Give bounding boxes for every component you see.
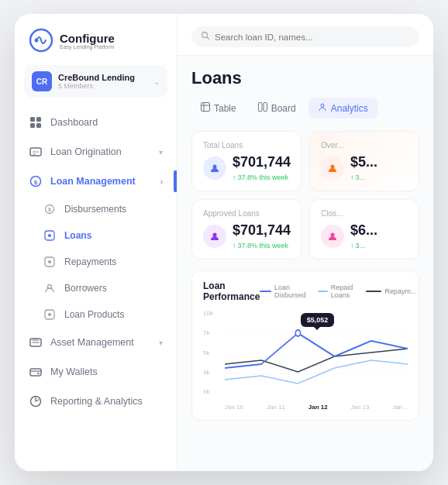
stat-value-row-total-loans: $701,744 ↑ 37.8% this week [203,154,290,181]
stat-label-over: Over... [321,141,408,150]
search-icon [201,31,210,43]
sidebar-item-loans[interactable]: Loans [35,223,171,248]
main-content: Loans Table Board [177,14,433,471]
svg-rect-6 [30,148,41,156]
sidebar-item-asset-management[interactable]: Asset Management ▾ [21,328,171,356]
sidebar-item-disbursements[interactable]: $ Disbursements [35,197,171,222]
stats-row: Total Loans $701,744 ↑ 37.8% this week [191,131,419,260]
svg-point-14 [48,260,51,263]
loan-origination-arrow-icon: ▾ [159,148,163,157]
tabs: Table Board Analytics [191,98,419,119]
logo-icon [29,28,53,53]
sidebar-item-loan-origination[interactable]: Loan Origination ▾ [21,138,171,166]
board-tab-icon [258,102,267,114]
sidebar-item-label-reporting-analytics: Reporting & Analytics [50,396,163,407]
svg-point-36 [295,330,300,336]
sidebar-item-loan-products[interactable]: Loan Products [35,302,171,327]
loan-products-icon [43,308,57,322]
chart-section: Loan Performance Loan Disbursed Repaid L… [191,270,419,421]
stat-card-approved-loans: Approved Loans $701,744 ↑ 37.8% this wee… [191,199,302,260]
sidebar-item-label-my-wallets: My Wallets [50,366,163,377]
legend-item-repaym: Repaym... [366,284,416,299]
org-chevron-icon: ⌄ [153,77,160,86]
svg-point-27 [213,164,217,168]
table-tab-icon [201,102,210,114]
sidebar-item-label-borrowers: Borrowers [64,283,163,294]
repayments-icon [43,255,57,269]
org-selector[interactable]: CR CreBound Lending 5 Members ⌄ [24,65,167,98]
legend-label-disbursed: Loan Disbursed [274,284,310,299]
dashboard-icon [29,115,43,129]
sidebar-item-label-loan-products: Loan Products [64,309,163,320]
sidebar: Configure Easy Lending Platform CR CreBo… [15,14,177,471]
svg-rect-4 [30,123,35,128]
x-label-jan14: Jan... [392,404,408,411]
org-members: 5 Members [58,82,147,90]
active-indicator [174,170,177,192]
org-info: CreBound Lending 5 Members [58,73,147,90]
chart-tooltip: $5,052 [301,313,335,327]
stat-change-over: ↑ 3... [350,174,377,181]
stat-value-total-loans: $701,744 [233,154,291,170]
legend-label-repaym: Repaym... [384,287,416,295]
stat-change-arrow-approved-loans: ↑ [233,242,236,249]
sidebar-item-my-wallets[interactable]: My Wallets [21,358,171,386]
svg-text:$: $ [48,207,51,213]
loan-management-arrow-icon: › [160,177,163,186]
svg-rect-3 [36,117,41,122]
svg-rect-5 [36,123,41,128]
nav-section: Dashboard Loan Origination ▾ $ Loan Mana… [15,108,177,457]
chart-title: Loan Performance [203,280,260,302]
logo-area: Configure Easy Lending Platform [15,28,177,65]
y-label-0k: 0k [203,388,213,395]
stat-icon-over [321,157,344,180]
loan-management-icon: $ [29,174,43,188]
page-title: Loans [191,68,419,88]
svg-point-17 [48,313,51,316]
y-label-3k: 3k [203,369,213,376]
tooltip-value: $5,052 [307,316,329,324]
stat-change-arrow-over: ↑ [350,174,354,181]
analytics-tab-icon [318,102,327,114]
legend-item-repaid: Repaid Loans [318,284,359,299]
svg-point-26 [321,104,324,107]
stat-value-approved-loans: $701,744 [233,222,291,239]
my-wallets-icon [29,365,43,379]
sidebar-item-loan-management[interactable]: $ Loan Management › [21,167,171,195]
svg-text:$: $ [34,179,38,186]
tab-table[interactable]: Table [191,98,246,119]
loans-icon [43,229,57,242]
x-label-jan10: Jan 10 [225,404,243,411]
search-box[interactable] [191,26,419,47]
sidebar-item-dashboard[interactable]: Dashboard [21,108,171,136]
stat-icon-closed [321,225,344,248]
sidebar-item-label-loans: Loans [64,230,163,241]
tab-analytics[interactable]: Analytics [308,98,377,119]
sidebar-item-borrowers[interactable]: Borrowers [35,276,171,301]
app-name: Configure [60,32,115,45]
svg-rect-2 [30,117,35,122]
tab-board-label: Board [271,103,296,114]
svg-rect-25 [264,103,267,112]
svg-point-20 [37,373,39,374]
stat-icon-total-loans [203,157,226,180]
sidebar-item-reporting-analytics[interactable]: Reporting & Analytics [21,387,171,415]
app-tagline: Easy Lending Platform [60,44,115,50]
reporting-analytics-icon [29,394,43,408]
svg-point-22 [202,33,208,38]
app-container: Configure Easy Lending Platform CR CreBo… [15,14,433,471]
legend-item-disbursed: Loan Disbursed [260,284,310,299]
stat-card-closed: Clos... $6... ↑ 3... [309,199,419,260]
tab-analytics-label: Analytics [331,103,368,114]
tab-board[interactable]: Board [249,98,305,119]
stat-value-row-over: $5... ↑ 3... [321,154,408,181]
borrowers-icon [43,281,57,295]
x-label-jan13: Jan 13 [351,404,370,411]
stat-card-total-loans: Total Loans $701,744 ↑ 37.8% this week [191,131,302,191]
sidebar-item-repayments[interactable]: Repayments [35,249,171,274]
chart-legend: Loan Disbursed Repaid Loans Repaym... [260,284,416,299]
chart-wrap: 10k 7k 5k 3k 0k [203,310,408,411]
stat-value-closed: $6... [350,222,377,239]
search-input[interactable] [215,33,410,42]
legend-dot-repaym [366,291,381,292]
